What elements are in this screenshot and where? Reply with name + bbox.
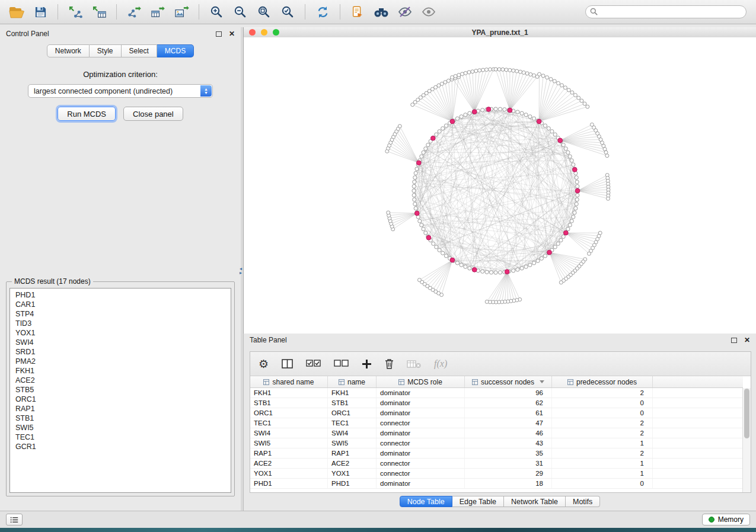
close-panel-icon[interactable]: ✕ bbox=[229, 31, 235, 37]
cell-blank bbox=[653, 438, 743, 448]
task-history-icon[interactable] bbox=[6, 514, 23, 525]
mcds-result-item[interactable]: GCR1 bbox=[10, 442, 231, 451]
mcds-result-item[interactable]: TID3 bbox=[10, 319, 231, 328]
delete-column-icon[interactable] bbox=[385, 358, 394, 369]
tab-node-table[interactable]: Node Table bbox=[400, 496, 452, 507]
export-network-icon[interactable] bbox=[123, 2, 145, 21]
column-type-icon bbox=[263, 379, 269, 385]
mcds-result-item[interactable]: ORC1 bbox=[10, 395, 231, 404]
tab-edge-table[interactable]: Edge Table bbox=[452, 496, 504, 507]
mcds-result-item[interactable]: TEC1 bbox=[10, 432, 231, 442]
cell-blank bbox=[653, 459, 743, 468]
cell-shared-name: SWI4 bbox=[250, 428, 328, 438]
table-row[interactable]: STB1STB1dominator620 bbox=[250, 398, 743, 408]
cell-successor-nodes: 46 bbox=[465, 428, 552, 438]
mcds-result-item[interactable]: PHD1 bbox=[10, 290, 231, 300]
import-table-icon[interactable] bbox=[88, 2, 110, 21]
tab-network[interactable]: Network bbox=[47, 44, 90, 57]
tab-style[interactable]: Style bbox=[90, 44, 122, 57]
table-row[interactable]: TEC1TEC1connector472 bbox=[250, 418, 743, 428]
node-table-container: ⚙ f(x) bbox=[250, 351, 751, 493]
tab-mcds[interactable]: MCDS bbox=[157, 44, 194, 57]
table-row[interactable]: PHD1PHD1dominator180 bbox=[250, 479, 743, 489]
mcds-result-list[interactable]: PHD1CAR1STP4TID3YOX1SWI4SRD1PMA2FKH1ACE2… bbox=[9, 288, 231, 493]
criterion-dropdown[interactable]: largest connected component (undirected)… bbox=[28, 84, 213, 98]
mcds-result-item[interactable]: SWI4 bbox=[10, 338, 231, 347]
mcds-result-item[interactable]: STP4 bbox=[10, 309, 231, 319]
mcds-result-group: MCDS result (17 nodes) PHD1CAR1STP4TID3Y… bbox=[6, 277, 235, 496]
hide-details-icon[interactable] bbox=[394, 2, 416, 21]
float-panel-icon[interactable] bbox=[731, 338, 737, 343]
select-all-checkboxes-icon[interactable] bbox=[306, 360, 321, 368]
column-header-name[interactable]: name bbox=[328, 376, 377, 387]
add-column-icon[interactable] bbox=[362, 359, 372, 369]
cell-successor-nodes: 31 bbox=[465, 459, 552, 468]
close-panel-button[interactable]: Close panel bbox=[123, 107, 183, 121]
table-row[interactable]: YOX1YOX1connector291 bbox=[250, 469, 743, 479]
table-row[interactable]: FKH1FKH1dominator962 bbox=[250, 388, 743, 398]
zoom-in-icon[interactable] bbox=[206, 2, 227, 21]
table-scrollbar[interactable] bbox=[742, 388, 751, 492]
tab-select[interactable]: Select bbox=[122, 44, 157, 57]
show-details-icon[interactable] bbox=[418, 2, 439, 21]
minimize-window-icon[interactable] bbox=[261, 29, 267, 36]
deselect-all-checkboxes-icon[interactable] bbox=[334, 360, 349, 368]
cell-successor-nodes: 62 bbox=[465, 398, 552, 408]
open-folder-icon[interactable] bbox=[6, 2, 27, 21]
cell-shared-name: ORC1 bbox=[250, 408, 328, 418]
table-row[interactable]: ORC1ORC1dominator610 bbox=[250, 408, 743, 418]
mcds-result-item[interactable]: STB1 bbox=[10, 414, 231, 423]
table-row[interactable]: SWI5SWI5connector431 bbox=[250, 438, 743, 448]
cell-predecessor-nodes: 2 bbox=[552, 388, 653, 398]
mcds-result-item[interactable]: YOX1 bbox=[10, 328, 231, 338]
mcds-result-item[interactable]: STB5 bbox=[10, 385, 231, 395]
column-header-mcds-role[interactable]: MCDS role bbox=[377, 376, 465, 387]
search-input[interactable] bbox=[585, 5, 747, 18]
memory-button[interactable]: Memory bbox=[702, 514, 750, 525]
column-header-shared-name[interactable]: shared name bbox=[250, 376, 328, 387]
table-settings-gear-icon[interactable]: ⚙ bbox=[259, 358, 269, 370]
mcds-result-item[interactable]: CAR1 bbox=[10, 300, 231, 309]
save-icon[interactable] bbox=[30, 2, 51, 21]
show-columns-icon[interactable] bbox=[282, 359, 293, 368]
refresh-icon[interactable] bbox=[312, 2, 333, 21]
close-window-icon[interactable] bbox=[249, 29, 256, 36]
zoom-out-icon[interactable] bbox=[229, 2, 251, 21]
node-table-body: FKH1FKH1dominator962STB1STB1dominator620… bbox=[250, 388, 743, 492]
mcds-result-item[interactable]: PMA2 bbox=[10, 357, 231, 366]
scrollbar-thumb[interactable] bbox=[744, 389, 749, 438]
cell-predecessor-nodes: 0 bbox=[552, 408, 653, 418]
table-row[interactable]: ACE2ACE2connector311 bbox=[250, 459, 743, 469]
close-panel-icon[interactable]: ✕ bbox=[744, 337, 750, 343]
network-window-titlebar[interactable]: YPA_prune.txt_1 bbox=[244, 27, 756, 38]
export-table-icon[interactable] bbox=[147, 2, 168, 21]
column-header-predecessor-nodes[interactable]: predecessor nodes bbox=[552, 376, 653, 387]
mcds-result-item[interactable]: ACE2 bbox=[10, 376, 231, 385]
column-header-successor-nodes[interactable]: successor nodes bbox=[465, 376, 552, 387]
mcds-result-item[interactable]: RAP1 bbox=[10, 404, 231, 414]
zoom-selected-icon[interactable] bbox=[277, 2, 298, 21]
run-mcds-button[interactable]: Run MCDS bbox=[58, 107, 116, 121]
toolbar-separator bbox=[305, 4, 305, 20]
maximize-window-icon[interactable] bbox=[273, 29, 279, 36]
import-network-icon[interactable] bbox=[65, 2, 86, 21]
cell-name: STB1 bbox=[328, 398, 377, 408]
float-panel-icon[interactable] bbox=[216, 31, 222, 37]
tab-network-table[interactable]: Network Table bbox=[504, 496, 566, 507]
table-header: shared name name MCDS role successor nod… bbox=[250, 376, 743, 388]
cell-mcds-role: connector bbox=[377, 469, 465, 478]
zoom-fit-icon[interactable] bbox=[253, 2, 275, 21]
table-row[interactable]: SWI4SWI4dominator462 bbox=[250, 428, 743, 438]
splitter-grip-icon[interactable]: ◂▸ bbox=[240, 267, 242, 275]
chevron-down-icon[interactable] bbox=[540, 380, 544, 383]
cell-blank bbox=[653, 398, 743, 408]
share-document-icon[interactable] bbox=[347, 2, 368, 21]
mcds-result-item[interactable]: FKH1 bbox=[10, 366, 231, 376]
table-row[interactable]: RAP1RAP1dominator352 bbox=[250, 448, 743, 459]
mcds-result-item[interactable]: SRD1 bbox=[10, 347, 231, 357]
export-image-icon[interactable] bbox=[171, 2, 192, 21]
mcds-result-item[interactable]: SWI5 bbox=[10, 423, 231, 432]
tab-motifs[interactable]: Motifs bbox=[566, 496, 600, 507]
network-canvas[interactable] bbox=[244, 37, 756, 334]
first-neighbors-icon[interactable] bbox=[371, 2, 392, 21]
